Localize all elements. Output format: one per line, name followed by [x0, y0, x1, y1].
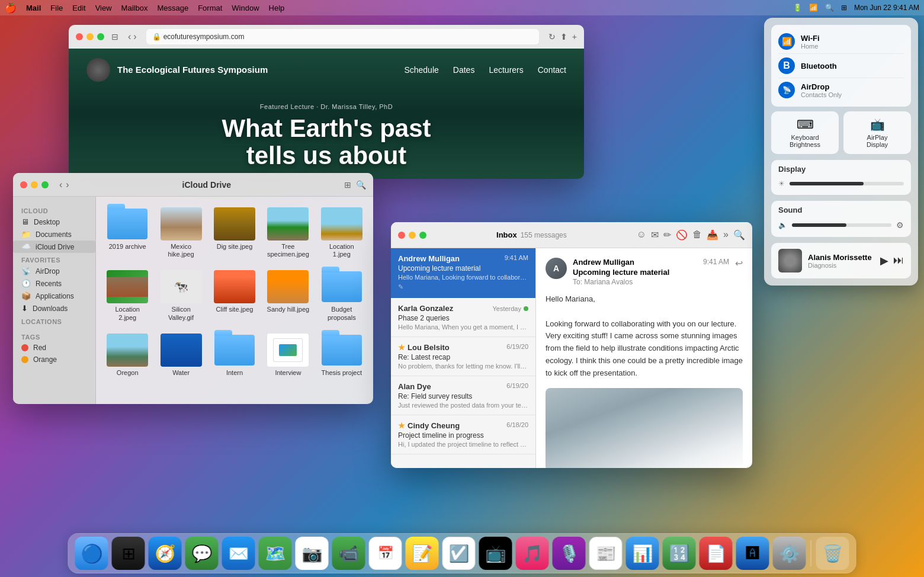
menu-mailbox[interactable]: Mailbox — [121, 4, 148, 12]
dock-safari[interactable]: 🧭 — [149, 537, 182, 570]
search-icon[interactable]: 🔍 — [825, 4, 834, 12]
dock-podcasts[interactable]: 🎙️ — [553, 537, 586, 570]
minimize-button[interactable] — [86, 33, 94, 40]
share-icon[interactable]: ⬆ — [560, 32, 567, 41]
file-item-oregon[interactable]: Oregon — [103, 330, 152, 380]
menu-file[interactable]: File — [50, 4, 63, 12]
dock-messages[interactable]: 💬 — [185, 537, 219, 570]
play-icon[interactable]: ▶ — [880, 254, 888, 267]
sidebar-item-recents[interactable]: 🕐 Recents — [13, 277, 95, 290]
dock-mail[interactable]: ✉️ — [222, 537, 255, 570]
file-item-thesis-project[interactable]: Thesis project — [317, 330, 366, 380]
sound-settings-icon[interactable]: ⚙ — [896, 220, 904, 230]
file-item-location2[interactable]: Location 2.jpeg — [103, 267, 152, 325]
dock-news[interactable]: 📰 — [589, 537, 623, 570]
mail-minimize-button[interactable] — [409, 232, 416, 239]
sidebar-item-tag-orange[interactable]: Orange — [13, 354, 95, 366]
sidebar-item-documents[interactable]: 📁 Documents — [13, 228, 95, 241]
dock-finder[interactable]: 🔵 — [75, 537, 108, 570]
mail-archive-icon[interactable]: 📥 — [707, 229, 718, 241]
nav-contact[interactable]: Contact — [538, 65, 566, 75]
mail-delete-icon[interactable]: 🗑 — [692, 229, 702, 241]
sidebar-item-icloud-drive[interactable]: ☁️ iCloud Drive — [13, 241, 95, 253]
file-item-tree-specimen[interactable]: Tree specimen.jpeg — [264, 204, 312, 262]
dock-app-store[interactable]: 🅰 — [736, 537, 769, 570]
menu-app-name[interactable]: Mail — [26, 4, 41, 12]
dock-numbers[interactable]: 🔢 — [663, 537, 696, 570]
finder-close-button[interactable] — [20, 181, 27, 188]
finder-back-icon[interactable]: ‹ — [59, 179, 62, 190]
dock-maps[interactable]: 🗺️ — [259, 537, 292, 570]
mail-item-karla[interactable]: Karla Gonzalez Yesterday Phase 2 queries… — [391, 298, 535, 337]
dock-music[interactable]: 🎵 — [516, 537, 549, 570]
file-item-dig-site[interactable]: Dig site.jpeg — [210, 204, 259, 262]
file-item-location1[interactable]: Location 1.jpeg — [317, 204, 366, 262]
finder-view-options-icon[interactable]: ⊞ — [344, 180, 351, 190]
cc-wifi-item[interactable]: 📶 Wi-Fi Home — [778, 30, 904, 54]
mail-search-icon[interactable]: 🔍 — [733, 229, 745, 241]
dock-launchpad[interactable]: ⊞ — [112, 537, 145, 570]
apple-logo-icon[interactable]: 🍎 — [5, 2, 17, 14]
menu-format[interactable]: Format — [198, 4, 222, 12]
dock-pages[interactable]: 📄 — [700, 537, 733, 570]
dock-calendar[interactable]: 📅 — [369, 537, 402, 570]
mail-emoji-icon[interactable]: ☺ — [637, 229, 646, 241]
sidebar-item-downloads[interactable]: ⬇ Downloads — [13, 302, 95, 315]
skip-forward-icon[interactable]: ⏭ — [893, 254, 904, 267]
nav-dates[interactable]: Dates — [453, 65, 475, 75]
dock-trash[interactable]: 🗑️ — [816, 537, 849, 570]
dock-apple-tv[interactable]: 📺 — [479, 537, 512, 570]
mail-item-alan[interactable]: Alan Dye 6/19/20 Re: Field survey result… — [391, 376, 535, 415]
cc-keyboard-brightness-tile[interactable]: ⌨ KeyboardBrightness — [771, 111, 839, 154]
mail-close-button[interactable] — [398, 232, 405, 239]
close-button[interactable] — [76, 33, 83, 40]
dock-notes[interactable]: 📝 — [406, 537, 439, 570]
mail-reply-icon[interactable]: ✏ — [663, 229, 671, 241]
finder-forward-icon[interactable]: › — [66, 179, 69, 190]
finder-maximize-button[interactable] — [41, 181, 49, 188]
sidebar-item-tag-red[interactable]: Red — [13, 342, 95, 354]
sidebar-item-applications[interactable]: 📦 Applications — [13, 290, 95, 302]
menu-message[interactable]: Message — [157, 4, 188, 12]
nav-schedule[interactable]: Schedule — [404, 65, 438, 75]
cc-display-slider[interactable] — [790, 182, 904, 185]
cc-airdrop-item[interactable]: 📡 AirDrop Contacts Only — [778, 78, 904, 102]
file-item-water[interactable]: Water — [156, 330, 205, 380]
mail-compose-envelope-icon[interactable]: ✉ — [651, 229, 659, 241]
file-item-intern[interactable]: Intern — [210, 330, 259, 380]
mail-item-cindy[interactable]: ★ Cindy Cheung 6/18/20 Project timeline … — [391, 415, 535, 454]
dock-facetime[interactable]: 📹 — [332, 537, 365, 570]
finder-search-icon[interactable]: 🔍 — [356, 180, 366, 190]
file-item-mexico-hike[interactable]: Mexico hike.jpeg — [156, 204, 205, 262]
mail-maximize-button[interactable] — [419, 232, 426, 239]
dock-reminders[interactable]: ☑️ — [442, 537, 476, 570]
file-item-interview[interactable]: Interview — [264, 330, 312, 380]
menu-help[interactable]: Help — [269, 4, 285, 12]
mail-item-lou[interactable]: ★ Lou Belsito 6/19/20 Re: Latest recap N… — [391, 337, 535, 376]
control-center-icon[interactable]: ⊞ — [841, 4, 847, 12]
forward-icon[interactable]: › — [133, 31, 136, 42]
file-item-silicon-valley[interactable]: 🐄 Silicon Valley.gif — [156, 267, 205, 325]
sidebar-toggle-icon[interactable]: ⊟ — [111, 32, 118, 41]
nav-lecturers[interactable]: Lecturers — [489, 65, 523, 75]
maximize-button[interactable] — [97, 33, 104, 40]
add-tab-icon[interactable]: + — [572, 32, 577, 41]
finder-minimize-button[interactable] — [31, 181, 38, 188]
refresh-icon[interactable]: ↻ — [548, 32, 556, 41]
cc-bluetooth-item[interactable]: B Bluetooth — [778, 54, 904, 78]
file-item-2019-archive[interactable]: 2019 archive — [103, 204, 152, 262]
file-item-sandy-hill[interactable]: Sandy hill.jpeg — [264, 267, 312, 325]
dock-system-prefs[interactable]: ⚙️ — [773, 537, 806, 570]
mail-junk-icon[interactable]: 🚫 — [676, 229, 688, 241]
url-bar[interactable]: 🔒 ecofuturesymposium.com — [146, 29, 539, 44]
sidebar-item-airdrop[interactable]: 📡 AirDrop — [13, 265, 95, 277]
file-item-budget-proposals[interactable]: Budget proposals — [317, 267, 366, 325]
mail-more-icon[interactable]: » — [723, 229, 729, 241]
back-icon[interactable]: ‹ — [128, 31, 131, 42]
file-item-cliff-site[interactable]: Cliff site.jpeg — [210, 267, 259, 325]
dock-photos[interactable]: 📷 — [296, 537, 329, 570]
menu-window[interactable]: Window — [232, 4, 259, 12]
menu-view[interactable]: View — [95, 4, 112, 12]
menu-edit[interactable]: Edit — [72, 4, 85, 12]
cc-airplay-display-tile[interactable]: 📺 AirPlayDisplay — [843, 111, 911, 154]
